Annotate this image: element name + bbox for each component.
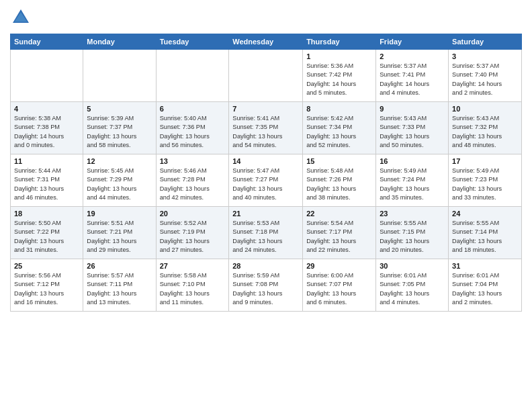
day-cell: 3Sunrise: 5:37 AMSunset: 7:40 PMDaylight… (449, 50, 522, 102)
day-cell: 12Sunrise: 5:45 AMSunset: 7:29 PMDayligh… (83, 154, 156, 207)
page: SundayMondayTuesdayWednesdayThursdayFrid… (0, 0, 532, 318)
logo-icon (10, 7, 32, 28)
day-number: 19 (87, 210, 152, 218)
day-cell: 26Sunrise: 5:57 AMSunset: 7:11 PMDayligh… (83, 259, 156, 312)
day-info: Sunrise: 6:01 AMSunset: 7:04 PMDaylight:… (452, 271, 518, 307)
day-cell: 17Sunrise: 5:49 AMSunset: 7:23 PMDayligh… (449, 154, 522, 207)
day-cell: 31Sunrise: 6:01 AMSunset: 7:04 PMDayligh… (449, 259, 522, 312)
day-number: 5 (87, 105, 152, 113)
day-number: 31 (452, 262, 518, 270)
day-number: 12 (87, 157, 152, 165)
day-number: 25 (14, 262, 79, 270)
day-info: Sunrise: 5:56 AMSunset: 7:12 PMDaylight:… (14, 271, 79, 307)
day-number: 28 (232, 262, 299, 270)
col-header-wednesday: Wednesday (229, 34, 303, 50)
day-cell: 21Sunrise: 5:53 AMSunset: 7:18 PMDayligh… (229, 207, 303, 259)
day-cell: 10Sunrise: 5:43 AMSunset: 7:32 PMDayligh… (449, 102, 522, 154)
day-info: Sunrise: 5:47 AMSunset: 7:27 PMDaylight:… (232, 167, 299, 202)
week-row-1: 1Sunrise: 5:36 AMSunset: 7:42 PMDaylight… (11, 50, 522, 102)
day-info: Sunrise: 5:36 AMSunset: 7:42 PMDaylight:… (306, 62, 372, 97)
col-header-thursday: Thursday (303, 34, 376, 50)
day-number: 23 (380, 210, 445, 218)
day-info: Sunrise: 5:38 AMSunset: 7:38 PMDaylight:… (14, 114, 79, 150)
day-number: 17 (452, 157, 518, 165)
day-info: Sunrise: 5:54 AMSunset: 7:17 PMDaylight:… (306, 219, 372, 255)
day-cell: 15Sunrise: 5:48 AMSunset: 7:26 PMDayligh… (303, 154, 376, 207)
col-header-friday: Friday (376, 34, 449, 50)
day-number: 15 (306, 157, 372, 165)
day-info: Sunrise: 6:00 AMSunset: 7:07 PMDaylight:… (306, 271, 372, 307)
day-info: Sunrise: 5:39 AMSunset: 7:37 PMDaylight:… (87, 114, 152, 150)
day-info: Sunrise: 5:37 AMSunset: 7:41 PMDaylight:… (380, 62, 445, 97)
day-info: Sunrise: 5:48 AMSunset: 7:26 PMDaylight:… (306, 167, 372, 202)
day-info: Sunrise: 5:49 AMSunset: 7:24 PMDaylight:… (380, 167, 445, 202)
day-info: Sunrise: 5:55 AMSunset: 7:15 PMDaylight:… (380, 219, 445, 255)
week-row-4: 18Sunrise: 5:50 AMSunset: 7:22 PMDayligh… (11, 207, 522, 259)
day-number: 26 (87, 262, 152, 270)
day-number: 21 (232, 210, 299, 218)
day-info: Sunrise: 5:52 AMSunset: 7:19 PMDaylight:… (160, 219, 226, 255)
day-info: Sunrise: 5:41 AMSunset: 7:35 PMDaylight:… (232, 114, 299, 150)
day-cell: 25Sunrise: 5:56 AMSunset: 7:12 PMDayligh… (11, 259, 83, 312)
day-info: Sunrise: 5:49 AMSunset: 7:23 PMDaylight:… (452, 167, 518, 202)
day-info: Sunrise: 5:40 AMSunset: 7:36 PMDaylight:… (160, 114, 226, 150)
day-info: Sunrise: 5:43 AMSunset: 7:32 PMDaylight:… (452, 114, 518, 150)
day-number: 9 (380, 105, 445, 113)
day-cell: 22Sunrise: 5:54 AMSunset: 7:17 PMDayligh… (303, 207, 376, 259)
day-number: 18 (14, 210, 79, 218)
col-header-tuesday: Tuesday (156, 34, 229, 50)
day-number: 13 (160, 157, 226, 165)
day-cell (229, 50, 303, 102)
day-cell (11, 50, 83, 102)
day-cell (83, 50, 156, 102)
day-info: Sunrise: 5:53 AMSunset: 7:18 PMDaylight:… (232, 219, 299, 255)
day-cell: 13Sunrise: 5:46 AMSunset: 7:28 PMDayligh… (156, 154, 229, 207)
day-info: Sunrise: 5:45 AMSunset: 7:29 PMDaylight:… (87, 167, 152, 202)
week-row-2: 4Sunrise: 5:38 AMSunset: 7:38 PMDaylight… (11, 102, 522, 154)
day-cell: 7Sunrise: 5:41 AMSunset: 7:35 PMDaylight… (229, 102, 303, 154)
day-cell: 23Sunrise: 5:55 AMSunset: 7:15 PMDayligh… (376, 207, 449, 259)
day-cell: 5Sunrise: 5:39 AMSunset: 7:37 PMDaylight… (83, 102, 156, 154)
day-cell: 30Sunrise: 6:01 AMSunset: 7:05 PMDayligh… (376, 259, 449, 312)
day-cell: 28Sunrise: 5:59 AMSunset: 7:08 PMDayligh… (229, 259, 303, 312)
day-cell: 11Sunrise: 5:44 AMSunset: 7:31 PMDayligh… (11, 154, 83, 207)
day-info: Sunrise: 5:59 AMSunset: 7:08 PMDaylight:… (232, 271, 299, 307)
day-cell: 19Sunrise: 5:51 AMSunset: 7:21 PMDayligh… (83, 207, 156, 259)
day-cell: 24Sunrise: 5:55 AMSunset: 7:14 PMDayligh… (449, 207, 522, 259)
day-number: 11 (14, 157, 79, 165)
day-number: 16 (380, 157, 445, 165)
day-cell: 20Sunrise: 5:52 AMSunset: 7:19 PMDayligh… (156, 207, 229, 259)
day-cell: 1Sunrise: 5:36 AMSunset: 7:42 PMDaylight… (303, 50, 376, 102)
day-cell (156, 50, 229, 102)
day-number: 6 (160, 105, 226, 113)
day-info: Sunrise: 5:43 AMSunset: 7:33 PMDaylight:… (380, 114, 445, 150)
week-row-5: 25Sunrise: 5:56 AMSunset: 7:12 PMDayligh… (11, 259, 522, 312)
day-info: Sunrise: 5:51 AMSunset: 7:21 PMDaylight:… (87, 219, 152, 255)
calendar-table: SundayMondayTuesdayWednesdayThursdayFrid… (10, 34, 522, 312)
day-cell: 6Sunrise: 5:40 AMSunset: 7:36 PMDaylight… (156, 102, 229, 154)
day-info: Sunrise: 6:01 AMSunset: 7:05 PMDaylight:… (380, 271, 445, 307)
day-cell: 16Sunrise: 5:49 AMSunset: 7:24 PMDayligh… (376, 154, 449, 207)
day-number: 7 (232, 105, 299, 113)
day-info: Sunrise: 5:58 AMSunset: 7:10 PMDaylight:… (160, 271, 226, 307)
col-header-saturday: Saturday (449, 34, 522, 50)
day-number: 24 (452, 210, 518, 218)
day-cell: 27Sunrise: 5:58 AMSunset: 7:10 PMDayligh… (156, 259, 229, 312)
col-header-sunday: Sunday (11, 34, 83, 50)
header-row: SundayMondayTuesdayWednesdayThursdayFrid… (11, 34, 522, 50)
day-number: 4 (14, 105, 79, 113)
header (10, 7, 522, 28)
day-number: 8 (306, 105, 372, 113)
day-number: 20 (160, 210, 226, 218)
logo (10, 7, 34, 28)
day-info: Sunrise: 5:37 AMSunset: 7:40 PMDaylight:… (452, 62, 518, 97)
day-cell: 9Sunrise: 5:43 AMSunset: 7:33 PMDaylight… (376, 102, 449, 154)
day-number: 1 (306, 52, 372, 60)
day-info: Sunrise: 5:50 AMSunset: 7:22 PMDaylight:… (14, 219, 79, 255)
day-number: 22 (306, 210, 372, 218)
day-number: 14 (232, 157, 299, 165)
day-cell: 4Sunrise: 5:38 AMSunset: 7:38 PMDaylight… (11, 102, 83, 154)
day-cell: 14Sunrise: 5:47 AMSunset: 7:27 PMDayligh… (229, 154, 303, 207)
day-number: 10 (452, 105, 518, 113)
day-number: 29 (306, 262, 372, 270)
